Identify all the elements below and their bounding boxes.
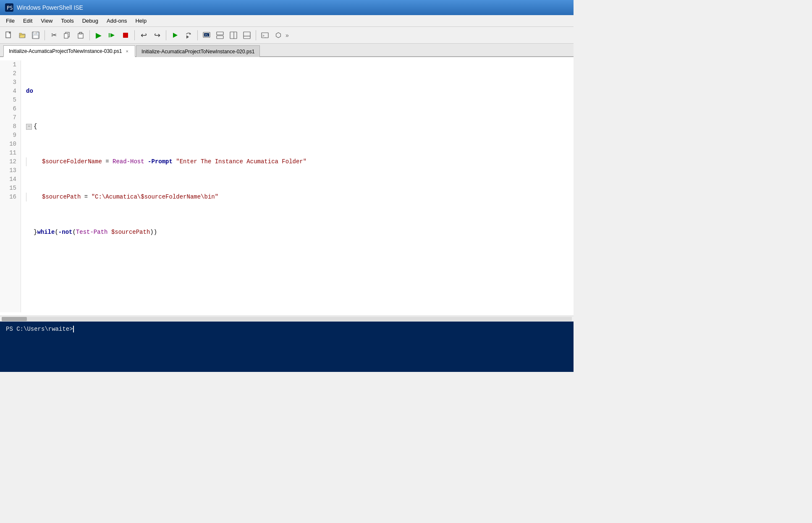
horizontal-scrollbar[interactable]	[0, 316, 574, 322]
sep1	[45, 30, 45, 40]
menu-tools[interactable]: Tools	[57, 17, 78, 25]
save-button[interactable]	[29, 29, 42, 42]
tab-020-label: Initialize-AcumaticaProjectToNewInstance…	[141, 49, 254, 55]
svg-text:PS: PS	[205, 34, 208, 37]
code-editor[interactable]: 1 2 3 4 5 6 7 8 9 10 11 12 13 14 15 16 d…	[0, 57, 574, 316]
svg-marker-15	[186, 35, 189, 39]
run-selection-button[interactable]	[106, 29, 118, 42]
menu-debug[interactable]: Debug	[78, 17, 102, 25]
sep4	[166, 30, 166, 40]
redo-button[interactable]: ↪	[151, 29, 163, 42]
sep5	[197, 30, 198, 40]
svg-rect-6	[33, 35, 38, 38]
stop-button[interactable]	[119, 29, 132, 42]
code-line-6	[26, 263, 568, 272]
title-bar: PS Windows PowerShell ISE	[0, 0, 574, 15]
start-debug-button[interactable]	[169, 29, 181, 42]
svg-rect-21	[230, 32, 237, 39]
svg-rect-20	[217, 36, 223, 39]
svg-text:PS: PS	[7, 5, 13, 11]
undo-button[interactable]: ↩	[137, 29, 150, 42]
fold-icon-2[interactable]: −	[26, 124, 32, 130]
menu-help[interactable]: Help	[131, 17, 151, 25]
svg-rect-10	[79, 32, 82, 34]
menu-view[interactable]: View	[37, 17, 57, 25]
svg-rect-9	[78, 34, 83, 38]
code-line-4: $sourcePath = "C:\Acumatica\$sourceFolde…	[26, 193, 568, 201]
panel-bottom-button[interactable]	[241, 29, 253, 42]
tab-030[interactable]: Initialize-AcumaticaProjectToNewInstance…	[3, 45, 135, 57]
menu-edit[interactable]: Edit	[19, 17, 37, 25]
svg-rect-13	[123, 33, 128, 38]
svg-rect-19	[217, 32, 223, 35]
new-remote-button[interactable]: PS	[200, 29, 213, 42]
expand-button[interactable]: ⬡	[272, 29, 285, 42]
console-cursor	[73, 326, 74, 332]
toolbar-overflow[interactable]: »	[286, 32, 289, 39]
sep3	[134, 30, 135, 40]
editor-area: 1 2 3 4 5 6 7 8 9 10 11 12 13 14 15 16 d…	[0, 57, 574, 322]
h-scroll-track[interactable]	[2, 317, 572, 321]
code-line-1: do	[26, 87, 568, 96]
svg-marker-14	[173, 33, 178, 38]
console-prompt: PS C:\Users\rwaite>	[6, 326, 73, 332]
code-line-5: }while(-not(Test-Path $sourcePath))	[26, 228, 568, 237]
svg-text:>_: >_	[262, 34, 267, 38]
code-line-3: $sourceFolderName = Read-Host -Prompt "E…	[26, 157, 568, 166]
tab-030-label: Initialize-AcumaticaProjectToNewInstance…	[9, 48, 122, 54]
svg-marker-11	[110, 33, 115, 37]
sep2	[89, 30, 90, 40]
code-line-2: −{	[26, 122, 568, 131]
title-bar-text: Windows PowerShell ISE	[17, 4, 83, 11]
menu-addons[interactable]: Add-ons	[102, 17, 131, 25]
sep6	[256, 30, 256, 40]
svg-rect-8	[64, 34, 68, 38]
show-script-pane-button[interactable]	[214, 29, 226, 42]
paste-button[interactable]	[74, 29, 87, 42]
powershell-icon: PS	[5, 3, 13, 12]
menu-file[interactable]: File	[2, 17, 19, 25]
panel-right-button[interactable]	[227, 29, 240, 42]
svg-rect-23	[244, 32, 250, 39]
open-button[interactable]	[16, 29, 29, 42]
new-button[interactable]	[3, 29, 15, 42]
h-scroll-thumb[interactable]	[2, 317, 27, 321]
console-pane-button[interactable]: >_	[259, 29, 271, 42]
toolbar: ✂ ▶ ↩ ↪ PS >_ ⬡ »	[0, 27, 574, 44]
code-content[interactable]: do −{ $sourceFolderName = Read-Host -Pro…	[21, 60, 574, 312]
tab-030-close[interactable]: ×	[124, 48, 129, 54]
console-area[interactable]: PS C:\Users\rwaite>	[0, 322, 574, 372]
code-line-7	[26, 298, 568, 307]
run-script-button[interactable]: ▶	[92, 29, 105, 42]
step-over-button[interactable]	[182, 29, 195, 42]
svg-rect-5	[34, 32, 35, 34]
tab-020[interactable]: Initialize-AcumaticaProjectToNewInstance…	[136, 45, 260, 57]
copy-button[interactable]	[61, 29, 73, 42]
line-numbers: 1 2 3 4 5 6 7 8 9 10 11 12 13 14 15 16	[0, 60, 21, 312]
tab-bar: Initialize-AcumaticaProjectToNewInstance…	[0, 44, 574, 57]
menu-bar: File Edit View Tools Debug Add-ons Help	[0, 15, 574, 27]
cut-button[interactable]: ✂	[47, 29, 60, 42]
